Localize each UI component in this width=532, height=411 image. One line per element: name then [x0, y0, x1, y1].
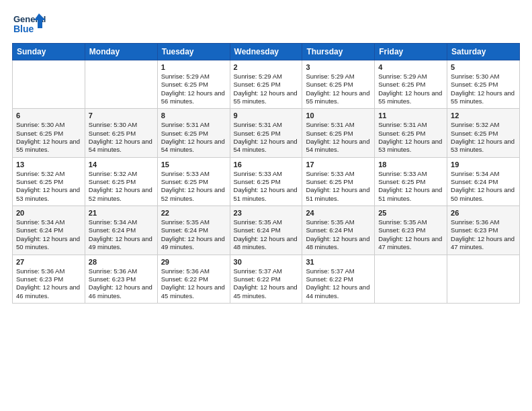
- calendar-cell: 2Sunrise: 5:29 AMSunset: 6:25 PMDaylight…: [230, 60, 302, 109]
- calendar-cell: 20Sunrise: 5:34 AMSunset: 6:24 PMDayligh…: [13, 206, 85, 255]
- day-number: 20: [16, 209, 81, 217]
- daylight-text: Daylight: 12 hours and 51 minutes.: [306, 186, 371, 203]
- sunrise-text: Sunrise: 5:31 AM: [306, 121, 371, 129]
- daylight-text: Daylight: 12 hours and 56 minutes.: [161, 89, 226, 106]
- sunrise-text: Sunrise: 5:34 AM: [16, 218, 81, 226]
- day-number: 11: [378, 111, 443, 120]
- sunset-text: Sunset: 6:25 PM: [378, 178, 443, 186]
- col-header-sunday: Sunday: [13, 44, 85, 60]
- sunset-text: Sunset: 6:22 PM: [234, 275, 299, 283]
- calendar-cell: 8Sunrise: 5:31 AMSunset: 6:25 PMDaylight…: [157, 109, 230, 157]
- sunrise-text: Sunrise: 5:36 AM: [161, 267, 226, 275]
- sunset-text: Sunset: 6:25 PM: [234, 178, 299, 186]
- sunrise-text: Sunrise: 5:33 AM: [161, 170, 226, 178]
- daylight-text: Daylight: 12 hours and 54 minutes.: [306, 138, 371, 154]
- calendar-cell: 23Sunrise: 5:35 AMSunset: 6:24 PMDayligh…: [230, 206, 302, 255]
- sunrise-text: Sunrise: 5:33 AM: [306, 170, 371, 178]
- day-number: 19: [451, 161, 516, 169]
- daylight-text: Daylight: 12 hours and 45 minutes.: [161, 283, 226, 300]
- sunrise-text: Sunrise: 5:32 AM: [16, 170, 81, 178]
- daylight-text: Daylight: 12 hours and 46 minutes.: [89, 283, 154, 300]
- sunrise-text: Sunrise: 5:36 AM: [89, 267, 154, 275]
- day-number: 28: [89, 258, 154, 266]
- calendar-cell: 25Sunrise: 5:35 AMSunset: 6:23 PMDayligh…: [375, 206, 447, 255]
- calendar-header-row: SundayMondayTuesdayWednesdayThursdayFrid…: [13, 44, 520, 60]
- sunrise-text: Sunrise: 5:37 AM: [234, 267, 299, 275]
- calendar-cell: 3Sunrise: 5:29 AMSunset: 6:25 PMDaylight…: [302, 60, 375, 109]
- calendar-cell: 12Sunrise: 5:32 AMSunset: 6:25 PMDayligh…: [447, 109, 520, 157]
- col-header-thursday: Thursday: [302, 44, 375, 60]
- sunset-text: Sunset: 6:24 PM: [16, 226, 81, 234]
- logo: GeneralBlue: [12, 12, 47, 36]
- day-number: 21: [89, 209, 154, 217]
- sunset-text: Sunset: 6:25 PM: [89, 178, 154, 186]
- daylight-text: Daylight: 12 hours and 47 minutes.: [451, 235, 516, 252]
- daylight-text: Daylight: 12 hours and 47 minutes.: [378, 235, 443, 252]
- sunrise-text: Sunrise: 5:35 AM: [161, 218, 226, 226]
- calendar-cell: 11Sunrise: 5:31 AMSunset: 6:25 PMDayligh…: [375, 109, 447, 157]
- day-number: 4: [378, 63, 443, 71]
- sunrise-text: Sunrise: 5:30 AM: [89, 121, 154, 129]
- calendar-cell: 6Sunrise: 5:30 AMSunset: 6:25 PMDaylight…: [13, 109, 85, 157]
- sunrise-text: Sunrise: 5:36 AM: [451, 218, 516, 226]
- sunset-text: Sunset: 6:25 PM: [16, 178, 81, 186]
- daylight-text: Daylight: 12 hours and 52 minutes.: [161, 186, 226, 203]
- daylight-text: Daylight: 12 hours and 46 minutes.: [16, 283, 81, 300]
- calendar-cell: 17Sunrise: 5:33 AMSunset: 6:25 PMDayligh…: [302, 157, 375, 205]
- daylight-text: Daylight: 12 hours and 44 minutes.: [306, 283, 371, 300]
- sunset-text: Sunset: 6:23 PM: [89, 275, 154, 283]
- day-number: 15: [161, 161, 226, 169]
- calendar-cell: 22Sunrise: 5:35 AMSunset: 6:24 PMDayligh…: [157, 206, 230, 255]
- day-number: 26: [451, 209, 516, 217]
- day-number: 25: [378, 209, 443, 217]
- daylight-text: Daylight: 12 hours and 48 minutes.: [234, 235, 299, 252]
- day-number: 9: [234, 111, 299, 120]
- svg-text:Blue: Blue: [13, 24, 34, 34]
- sunset-text: Sunset: 6:25 PM: [306, 81, 371, 89]
- page: GeneralBlue SundayMondayTuesdayWednesday…: [0, 0, 532, 411]
- sunrise-text: Sunrise: 5:30 AM: [16, 121, 81, 129]
- sunset-text: Sunset: 6:22 PM: [161, 275, 226, 283]
- sunset-text: Sunset: 6:25 PM: [451, 81, 516, 89]
- day-number: 27: [16, 258, 81, 266]
- daylight-text: Daylight: 12 hours and 55 minutes.: [378, 89, 443, 106]
- calendar-cell: 16Sunrise: 5:33 AMSunset: 6:25 PMDayligh…: [230, 157, 302, 205]
- sunset-text: Sunset: 6:25 PM: [161, 130, 226, 138]
- day-number: 16: [234, 161, 299, 169]
- sunset-text: Sunset: 6:25 PM: [161, 178, 226, 186]
- day-number: 6: [16, 111, 81, 120]
- day-number: 17: [306, 161, 371, 169]
- day-number: 29: [161, 258, 226, 266]
- col-header-tuesday: Tuesday: [157, 44, 230, 60]
- sunset-text: Sunset: 6:25 PM: [234, 130, 299, 138]
- calendar-cell: 27Sunrise: 5:36 AMSunset: 6:23 PMDayligh…: [13, 255, 85, 303]
- sunset-text: Sunset: 6:22 PM: [306, 275, 371, 283]
- daylight-text: Daylight: 12 hours and 48 minutes.: [306, 235, 371, 252]
- calendar-cell: 4Sunrise: 5:29 AMSunset: 6:25 PMDaylight…: [375, 60, 447, 109]
- sunrise-text: Sunrise: 5:33 AM: [378, 170, 443, 178]
- sunset-text: Sunset: 6:25 PM: [306, 178, 371, 186]
- day-number: 5: [451, 63, 516, 71]
- day-number: 2: [234, 63, 299, 71]
- day-number: 7: [89, 111, 154, 120]
- sunset-text: Sunset: 6:24 PM: [89, 226, 154, 234]
- day-number: 24: [306, 209, 371, 217]
- col-header-wednesday: Wednesday: [230, 44, 302, 60]
- day-number: 13: [16, 161, 81, 169]
- day-number: 18: [378, 161, 443, 169]
- sunset-text: Sunset: 6:24 PM: [234, 226, 299, 234]
- sunset-text: Sunset: 6:25 PM: [378, 130, 443, 138]
- daylight-text: Daylight: 12 hours and 50 minutes.: [451, 186, 516, 203]
- sunrise-text: Sunrise: 5:37 AM: [306, 267, 371, 275]
- daylight-text: Daylight: 12 hours and 49 minutes.: [89, 235, 154, 252]
- sunset-text: Sunset: 6:25 PM: [16, 130, 81, 138]
- calendar-cell: 28Sunrise: 5:36 AMSunset: 6:23 PMDayligh…: [85, 255, 157, 303]
- sunrise-text: Sunrise: 5:36 AM: [16, 267, 81, 275]
- sunrise-text: Sunrise: 5:32 AM: [89, 170, 154, 178]
- day-number: 30: [234, 258, 299, 266]
- daylight-text: Daylight: 12 hours and 52 minutes.: [89, 186, 154, 203]
- sunset-text: Sunset: 6:24 PM: [306, 226, 371, 234]
- sunrise-text: Sunrise: 5:31 AM: [161, 121, 226, 129]
- daylight-text: Daylight: 12 hours and 55 minutes.: [451, 89, 516, 106]
- calendar-cell: [13, 60, 85, 109]
